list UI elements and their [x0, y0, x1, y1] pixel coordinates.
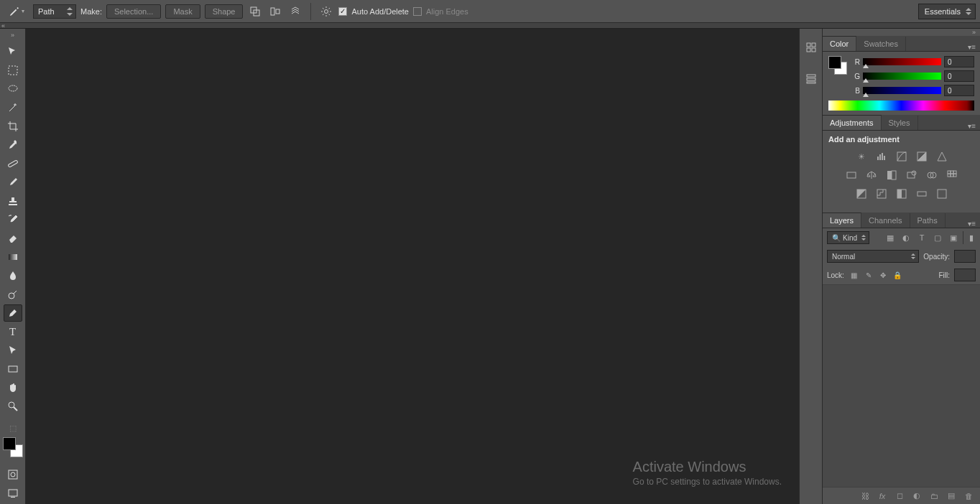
pen-tool[interactable]: [4, 304, 22, 322]
brightness-contrast-adj[interactable]: ☀: [854, 149, 869, 164]
layer-list[interactable]: [823, 285, 980, 487]
lasso-tool[interactable]: [4, 80, 22, 98]
lock-transparency-icon[interactable]: ▦: [849, 269, 860, 281]
filter-smart-icon[interactable]: ▣: [947, 231, 960, 244]
color-lookup-adj[interactable]: [944, 168, 960, 182]
path-mode-dropdown[interactable]: Path: [33, 4, 76, 19]
color-panel-swatches[interactable]: [828, 56, 847, 75]
black-white-adj[interactable]: [884, 168, 900, 182]
layer-fx-icon[interactable]: fx: [877, 490, 888, 502]
posterize-adj[interactable]: [874, 187, 889, 201]
path-selection-tool[interactable]: [4, 342, 22, 359]
tools-collapse-arrows[interactable]: »: [11, 32, 14, 39]
tab-swatches[interactable]: Swatches: [856, 37, 906, 51]
threshold-adj[interactable]: [894, 187, 910, 201]
blend-mode-dropdown[interactable]: Normal: [827, 250, 919, 263]
auto-add-delete-checkbox[interactable]: ✓: [338, 7, 347, 16]
gradient-map-adj[interactable]: [914, 187, 930, 201]
gear-button[interactable]: [318, 4, 334, 19]
layer-filter-kind[interactable]: 🔍Kind: [827, 231, 869, 244]
panel-collapse-arrows[interactable]: »: [823, 29, 980, 36]
r-slider[interactable]: [863, 58, 941, 65]
curves-adj[interactable]: [894, 149, 910, 164]
new-layer-icon[interactable]: ▤: [946, 490, 957, 502]
exposure-adj[interactable]: [914, 149, 930, 164]
eraser-tool[interactable]: [4, 230, 22, 247]
properties-panel-icon[interactable]: [803, 70, 820, 88]
new-group-icon[interactable]: 🗀: [928, 490, 940, 502]
type-tool[interactable]: T: [4, 323, 22, 340]
g-value[interactable]: 0: [944, 70, 974, 82]
crop-tool[interactable]: [4, 118, 22, 135]
levels-adj[interactable]: [874, 149, 889, 164]
blur-tool[interactable]: [4, 267, 22, 284]
photo-filter-adj[interactable]: [904, 168, 920, 182]
filter-type-icon[interactable]: T: [915, 231, 928, 244]
zoom-tool[interactable]: [4, 398, 22, 415]
clone-stamp-tool[interactable]: [4, 192, 22, 210]
g-slider[interactable]: [863, 73, 941, 80]
selective-color-adj[interactable]: [934, 187, 950, 201]
tab-paths[interactable]: Paths: [910, 213, 946, 228]
rectangle-tool[interactable]: [4, 360, 22, 378]
b-slider[interactable]: [863, 87, 941, 94]
dodge-tool[interactable]: [4, 286, 22, 303]
make-selection-button[interactable]: Selection...: [106, 4, 161, 19]
path-alignment-button[interactable]: [267, 4, 283, 19]
marquee-tool[interactable]: [4, 62, 22, 79]
tab-adjustments[interactable]: Adjustments: [823, 115, 882, 130]
tab-layers[interactable]: Layers: [823, 213, 861, 228]
link-layers-icon[interactable]: ⛓: [859, 490, 871, 502]
delete-layer-icon[interactable]: 🗑: [963, 490, 974, 502]
color-panel-menu[interactable]: ▾≡: [963, 43, 980, 51]
adjustments-panel-menu[interactable]: ▾≡: [963, 122, 980, 130]
tab-channels[interactable]: Channels: [861, 213, 910, 228]
fill-dropdown[interactable]: [954, 269, 976, 281]
workspace-switcher[interactable]: Essentials: [918, 4, 976, 19]
r-value[interactable]: 0: [944, 56, 974, 67]
hue-saturation-adj[interactable]: [843, 168, 859, 182]
screen-mode-toggle[interactable]: [4, 485, 22, 502]
color-balance-adj[interactable]: [864, 168, 879, 182]
lock-all-icon[interactable]: 🔒: [892, 269, 903, 281]
tool-preset-picker[interactable]: ▾: [4, 2, 29, 21]
hand-tool[interactable]: [4, 379, 22, 396]
filter-shape-icon[interactable]: ▢: [931, 231, 944, 244]
tab-color[interactable]: Color: [823, 36, 856, 51]
cp-foreground-swatch[interactable]: [828, 56, 841, 69]
filter-toggle[interactable]: ▮: [963, 231, 976, 244]
layers-panel-menu[interactable]: ▾≡: [963, 220, 980, 228]
default-colors-icon[interactable]: ⬚: [9, 424, 17, 433]
eyedropper-tool[interactable]: [4, 136, 22, 154]
foreground-color-swatch[interactable]: [3, 437, 16, 450]
path-operations-button[interactable]: [247, 4, 263, 19]
history-brush-tool[interactable]: [4, 211, 22, 228]
make-mask-button[interactable]: Mask: [165, 4, 200, 19]
healing-brush-tool[interactable]: [4, 155, 22, 172]
channel-mixer-adj[interactable]: [924, 168, 940, 182]
opacity-dropdown[interactable]: [954, 250, 976, 263]
filter-pixel-icon[interactable]: ▦: [884, 231, 897, 244]
lock-position-icon[interactable]: ✥: [877, 269, 889, 281]
quick-mask-toggle[interactable]: [4, 466, 22, 483]
color-spectrum[interactable]: [828, 101, 974, 111]
vibrance-adj[interactable]: [934, 149, 950, 164]
new-adjustment-layer-icon[interactable]: ◐: [911, 490, 923, 502]
filter-adjustment-icon[interactable]: ◐: [900, 231, 912, 244]
layer-mask-icon[interactable]: ◻: [894, 490, 905, 502]
align-edges-checkbox[interactable]: [413, 7, 422, 16]
make-shape-button[interactable]: Shape: [205, 4, 244, 19]
invert-adj[interactable]: [854, 187, 869, 201]
history-panel-icon[interactable]: [803, 39, 820, 56]
brush-tool[interactable]: [4, 174, 22, 191]
foreground-background-colors[interactable]: [3, 437, 23, 457]
move-tool[interactable]: [4, 43, 22, 60]
tab-styles[interactable]: Styles: [882, 116, 918, 130]
quick-selection-tool[interactable]: [4, 99, 22, 116]
path-arrangement-button[interactable]: [287, 4, 303, 19]
gradient-tool[interactable]: [4, 248, 22, 266]
canvas-area[interactable]: Activate Windows Go to PC settings to ac…: [26, 29, 799, 504]
b-value[interactable]: 0: [944, 85, 974, 96]
tab-scroll-arrows[interactable]: «: [0, 22, 5, 29]
lock-pixels-icon[interactable]: ✎: [863, 269, 874, 281]
